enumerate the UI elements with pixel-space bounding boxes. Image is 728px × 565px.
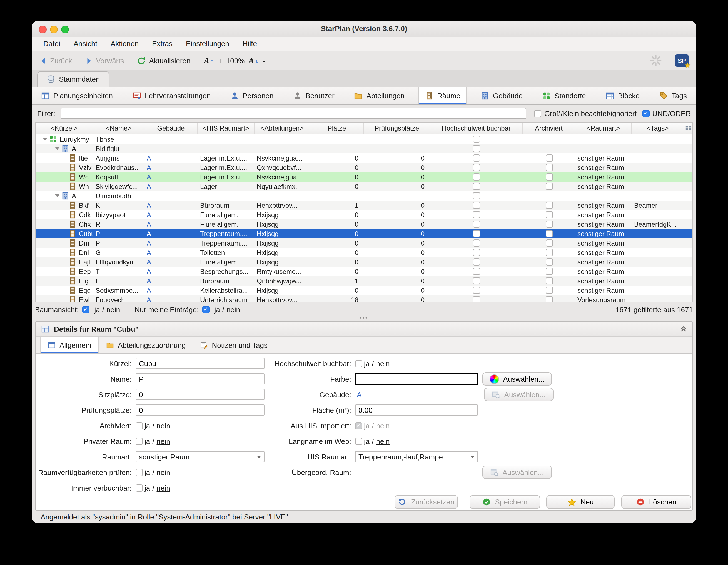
tab-raeume[interactable]: Räume xyxy=(418,87,467,105)
table-row[interactable]: Eqc Sodxsmmbe... A Kellerabstellra... Hx… xyxy=(36,285,692,295)
title-bar[interactable]: StarPlan (Version 3.6.7.0) xyxy=(32,21,696,37)
sitzplaetze-input[interactable] xyxy=(136,389,265,400)
tab-abteilungen[interactable]: Abteilungen xyxy=(348,87,411,105)
ignoriert-toggle[interactable]: ignoriert xyxy=(610,109,637,118)
hochschulweit-checkbox[interactable] xyxy=(473,287,480,294)
hochschulweit-checkbox[interactable] xyxy=(355,360,362,367)
speichern-button[interactable]: Speichern xyxy=(470,495,540,509)
refresh-button[interactable]: Aktualisieren xyxy=(138,56,191,65)
maximize-button[interactable] xyxy=(61,26,69,33)
hochschulweit-checkbox[interactable] xyxy=(473,249,480,256)
hochschulweit-checkbox[interactable] xyxy=(473,136,480,143)
table-row[interactable]: Cdk Ibizyvpaot A Flure allgem. Hxijsqg 0… xyxy=(36,210,692,220)
baumansicht-checkbox[interactable] xyxy=(82,306,89,313)
table-row[interactable]: Eep T A Besprechungs... Rmtykusemo... 0 … xyxy=(36,267,692,276)
zoom-in-button[interactable]: + xyxy=(218,56,222,65)
column-header-tags[interactable]: <Tags> xyxy=(632,123,684,134)
tab-stammdaten[interactable]: Stammdaten xyxy=(37,71,109,87)
loeschen-button[interactable]: Löschen xyxy=(621,495,691,509)
column-header-kuerzel[interactable]: <Kürzel> xyxy=(36,123,93,134)
zuruecksetzen-button[interactable]: Zurücksetzen xyxy=(395,495,458,509)
tab-lehrveranstaltungen[interactable]: Lehrveranstaltungen xyxy=(126,87,217,105)
hochschulweit-checkbox[interactable] xyxy=(473,155,480,162)
column-header-pruefungsplaetze[interactable]: Prüfungsplätze xyxy=(364,123,430,134)
tree-expander-icon[interactable] xyxy=(53,195,61,197)
archiviert-checkbox[interactable] xyxy=(545,211,553,218)
neu-button[interactable]: Neu xyxy=(546,495,615,509)
hochschulweit-checkbox[interactable] xyxy=(473,277,480,284)
case-sensitive-checkbox[interactable] xyxy=(534,110,542,117)
his-raumart-select[interactable]: Treppenraum,-lauf,Rampe xyxy=(355,451,478,462)
hochschulweit-checkbox[interactable] xyxy=(473,164,480,171)
table-row[interactable]: Eajl Flffqvoudkyn... A Flure allgem. Hxi… xyxy=(36,257,692,267)
hochschulweit-checkbox[interactable] xyxy=(473,240,480,247)
table-row[interactable]: A Bldiffglu xyxy=(36,144,692,153)
zoom-out-button[interactable]: - xyxy=(263,56,265,65)
minimize-button[interactable] xyxy=(50,26,58,33)
archiviert-checkbox[interactable] xyxy=(545,296,553,302)
menu-item[interactable]: Datei xyxy=(43,39,60,48)
table-row[interactable]: Eig L A Büroraum Qnbhhwjwgw... 1 0 sonst… xyxy=(36,276,692,285)
splitter-handle[interactable] xyxy=(32,316,696,321)
und-oder-checkbox[interactable] xyxy=(642,110,649,117)
table-row[interactable]: Ewl Fqgqyech A Unterrichtsraum Hehxbttrv… xyxy=(36,295,692,302)
hochschulweit-checkbox[interactable] xyxy=(473,221,480,228)
column-header-his-raumart[interactable]: <HIS Raumart> xyxy=(198,123,255,134)
column-config-icon[interactable] xyxy=(685,125,691,131)
tab-tags[interactable]: Tags xyxy=(653,87,693,105)
hochschulweit-checkbox[interactable] xyxy=(473,211,480,218)
tab-planungseinheiten[interactable]: Planungseinheiten xyxy=(35,87,119,105)
und-toggle[interactable]: UND xyxy=(652,109,668,118)
tree-expander-icon[interactable] xyxy=(41,138,49,141)
archiviert-checkbox[interactable] xyxy=(545,183,553,190)
column-header-gebaeude[interactable]: Gebäude xyxy=(144,123,198,134)
hochschulweit-checkbox[interactable] xyxy=(473,202,480,209)
menu-item[interactable]: Hilfe xyxy=(243,39,257,48)
font-decrease-icon[interactable]: A xyxy=(248,56,259,65)
table-row[interactable]: Cubu P A Treppenraum,... Hxijsqg 0 0 son… xyxy=(36,229,692,238)
archiviert-checkbox[interactable] xyxy=(545,249,553,256)
table-row[interactable]: Dni G A Toiletten Hxijsqg 0 0 sonstiger … xyxy=(36,248,692,257)
menu-item[interactable]: Extras xyxy=(152,39,173,48)
archiviert-checkbox[interactable] xyxy=(545,258,553,266)
collapse-icon[interactable] xyxy=(680,325,687,332)
raumart-select[interactable]: sonstiger Raum xyxy=(136,451,265,462)
oder-toggle[interactable]: ODER xyxy=(670,109,691,118)
langname-checkbox[interactable] xyxy=(355,437,362,445)
menu-item[interactable]: Aktionen xyxy=(111,39,139,48)
hochschulweit-checkbox[interactable] xyxy=(473,145,480,152)
tab-allgemein[interactable]: Allgemein xyxy=(40,337,99,353)
column-header-name[interactable]: <Name> xyxy=(93,123,144,134)
hochschulweit-checkbox[interactable] xyxy=(473,258,480,266)
tab-benutzer[interactable]: Benutzer xyxy=(287,87,341,105)
column-header-abteilungen[interactable]: <Abteilungen> xyxy=(255,123,310,134)
farbe-auswaehlen-button[interactable]: Auswählen... xyxy=(482,372,552,385)
archiviert-checkbox[interactable] xyxy=(545,287,553,294)
nur-meine-checkbox[interactable] xyxy=(202,306,209,313)
archiviert-checkbox[interactable] xyxy=(545,173,553,181)
column-header-archiviert[interactable]: Archiviert xyxy=(523,123,575,134)
name-input[interactable] xyxy=(136,373,265,384)
archiviert-checkbox[interactable] xyxy=(545,268,553,275)
hochschulweit-checkbox[interactable] xyxy=(473,268,480,275)
raumverfuegbarkeiten-checkbox[interactable] xyxy=(136,469,143,476)
close-button[interactable] xyxy=(39,26,47,33)
archiviert-checkbox[interactable] xyxy=(545,221,553,228)
tab-notizen-und-tags[interactable]: Notizen und Tags xyxy=(193,337,275,353)
farbe-input[interactable] xyxy=(355,373,478,385)
table-row[interactable]: Wc Kqqsuft A Lager m.Ex.u.... Nsvkcmejgu… xyxy=(36,172,692,182)
table-row[interactable]: Euruykmy Tbnse xyxy=(36,135,692,144)
uebergeordneter-raum-auswaehlen-button[interactable]: Auswählen... xyxy=(482,465,552,479)
archiviert-checkbox[interactable] xyxy=(545,164,553,171)
menu-item[interactable]: Einstellungen xyxy=(186,39,229,48)
forward-button[interactable]: Vorwärts xyxy=(85,56,124,65)
table-row[interactable]: Chx R A Flure allgem. Hxijsqg 0 0 sonsti… xyxy=(36,220,692,229)
tab-bloecke[interactable]: Blöcke xyxy=(600,87,646,105)
archiviert-checkbox[interactable] xyxy=(545,202,553,209)
column-header-plaetze[interactable]: Plätze xyxy=(310,123,364,134)
hochschulweit-checkbox[interactable] xyxy=(473,173,480,181)
archiviert-checkbox[interactable] xyxy=(545,277,553,284)
column-header-raumart[interactable]: <Raumart> xyxy=(575,123,632,134)
tab-gebaeude[interactable]: Gebäude xyxy=(475,87,529,105)
tree-expander-icon[interactable] xyxy=(53,147,61,150)
